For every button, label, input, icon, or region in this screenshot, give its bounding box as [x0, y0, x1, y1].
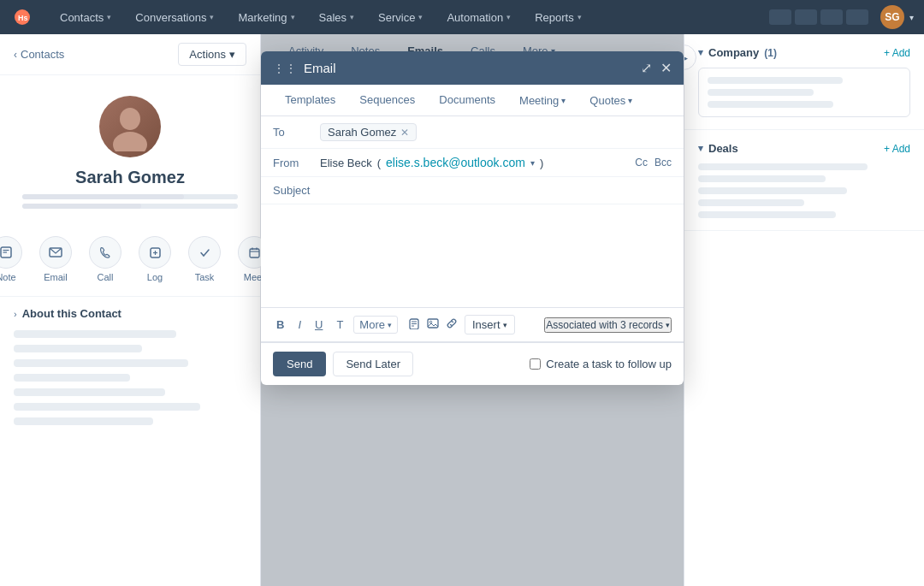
task-icon — [188, 236, 221, 269]
skeleton-4 — [14, 374, 130, 382]
log-action[interactable]: Log — [139, 236, 171, 282]
link-icon[interactable] — [446, 317, 458, 332]
subtab-documents[interactable]: Documents — [427, 85, 507, 116]
progress-bar-1 — [22, 194, 238, 199]
remove-recipient-button[interactable]: ✕ — [400, 127, 409, 139]
company-card — [698, 68, 910, 117]
chevron-down-icon: ▾ — [561, 96, 566, 105]
modal-body: To Sarah Gomez ✕ From Elise Beck — [261, 116, 684, 307]
nav-automation[interactable]: Automation ▾ — [435, 0, 523, 34]
subtab-sequences[interactable]: Sequences — [347, 85, 427, 116]
call-label: Call — [98, 272, 114, 282]
underline-button[interactable]: U — [311, 317, 326, 333]
nav-contacts[interactable]: Contacts ▾ — [48, 0, 123, 34]
from-field-value: Elise Beck ( elise.s.beck@outlook.com ▾ … — [320, 156, 635, 169]
modal-title: Email — [304, 61, 336, 75]
nav-sales[interactable]: Sales ▾ — [307, 0, 367, 34]
image-icon[interactable] — [427, 317, 439, 332]
svg-point-2 — [120, 108, 140, 130]
call-action[interactable]: Call — [89, 236, 121, 282]
italic-button[interactable]: I — [294, 317, 305, 333]
send-button[interactable]: Send — [273, 352, 326, 376]
attachment-icon[interactable] — [408, 317, 420, 332]
to-field-value: Sarah Gomez ✕ — [320, 123, 672, 141]
deals-section-title: ▾ Deals — [698, 142, 738, 155]
chevron-down-icon: ▾ — [698, 47, 703, 58]
subtab-quotes[interactable]: Quotes ▾ — [578, 86, 644, 115]
chevron-down-icon: ▾ — [698, 143, 703, 154]
cc-button[interactable]: Cc — [635, 157, 648, 169]
subtab-templates[interactable]: Templates — [273, 85, 347, 116]
nav-reports[interactable]: Reports ▾ — [523, 0, 594, 34]
skeleton-6 — [14, 403, 200, 411]
to-field-row: To Sarah Gomez ✕ — [261, 116, 684, 149]
svg-point-20 — [429, 321, 431, 323]
deals-section: ▾ Deals + Add — [684, 130, 924, 231]
chevron-down-icon: ▾ — [530, 158, 535, 168]
contact-action-icons: Note Email Call — [0, 222, 260, 297]
from-paren-close: ) — [540, 157, 543, 169]
nav-marketing[interactable]: Marketing ▾ — [226, 0, 306, 34]
hubspot-logo[interactable]: Hs — [10, 5, 34, 29]
company-skeleton — [708, 77, 901, 108]
company-add-button[interactable]: + Add — [884, 47, 910, 59]
to-label: To — [273, 126, 320, 139]
chevron-down-icon: ▾ — [578, 13, 582, 21]
chevron-right-icon: ▶ — [684, 51, 688, 64]
actions-button[interactable]: Actions ▾ — [178, 43, 246, 66]
bcc-button[interactable]: Bcc — [654, 157, 672, 169]
associated-records-button[interactable]: Associated with 3 records ▾ — [544, 317, 672, 333]
nav-service[interactable]: Service ▾ — [366, 0, 435, 34]
insert-button[interactable]: Insert ▾ — [465, 315, 515, 334]
chevron-down-icon: ▾ — [388, 321, 392, 329]
nav-right: SG ▾ — [769, 5, 914, 29]
text-size-button[interactable]: T — [333, 317, 346, 333]
more-format-button[interactable]: More ▾ — [353, 316, 398, 334]
email-action[interactable]: Email — [39, 236, 72, 282]
company-section-title: ▾ Company (1) — [698, 46, 777, 59]
modal-header-buttons: ⤢ ✕ — [641, 60, 672, 76]
subject-field-value — [320, 184, 672, 197]
send-later-button[interactable]: Send Later — [333, 352, 413, 376]
expand-modal-button[interactable]: ⤢ — [641, 60, 652, 76]
subtab-meeting[interactable]: Meeting ▾ — [507, 86, 578, 115]
nav-conversations[interactable]: Conversations ▾ — [123, 0, 226, 34]
bold-button[interactable]: B — [273, 317, 287, 333]
company-count: (1) — [764, 47, 777, 59]
compose-area[interactable] — [261, 204, 684, 307]
about-header[interactable]: › About this Contact — [14, 307, 246, 320]
about-section: › About this Contact — [0, 297, 260, 435]
svg-rect-11 — [250, 249, 259, 257]
deals-skeleton — [698, 163, 910, 218]
task-action[interactable]: Task — [188, 236, 221, 282]
sk-d-4 — [698, 199, 804, 206]
deals-add-button[interactable]: + Add — [884, 143, 910, 155]
progress-fill-1 — [22, 194, 184, 199]
note-action[interactable]: Note — [0, 236, 22, 282]
recipient-tag[interactable]: Sarah Gomez ✕ — [320, 123, 417, 141]
from-email-link[interactable]: elise.s.beck@outlook.com — [386, 156, 525, 169]
subject-input[interactable] — [320, 184, 672, 197]
nav-icon-2[interactable] — [795, 9, 817, 25]
log-icon — [139, 236, 171, 269]
sk-d-3 — [698, 187, 847, 194]
avatar-image — [99, 96, 161, 157]
close-modal-button[interactable]: ✕ — [660, 60, 672, 76]
nav-icon-4[interactable] — [846, 9, 868, 25]
right-panel: ▶ ▾ Company (1) + Add — [684, 34, 924, 586]
progress-bar-2 — [22, 204, 238, 209]
back-to-contacts[interactable]: ‹ Contacts — [14, 48, 64, 61]
chevron-right-icon: › — [14, 309, 17, 319]
format-icons — [408, 317, 458, 332]
nav-icon-3[interactable] — [820, 9, 843, 25]
sidebar-header: ‹ Contacts Actions ▾ — [0, 34, 260, 75]
nav-icon-1[interactable] — [769, 9, 791, 25]
task-label: Create a task to follow up — [546, 358, 672, 370]
nav-icons — [769, 9, 868, 25]
task-checkbox[interactable] — [530, 358, 541, 370]
modal-overlay: ⋮⋮ Email ⤢ ✕ Templates Sequences Documen… — [261, 34, 684, 586]
modal-footer: Send Send Later Create a task to follow … — [261, 342, 684, 385]
modal-header: ⋮⋮ Email ⤢ ✕ — [261, 51, 684, 85]
user-avatar[interactable]: SG — [880, 5, 904, 29]
log-label: Log — [147, 272, 163, 282]
